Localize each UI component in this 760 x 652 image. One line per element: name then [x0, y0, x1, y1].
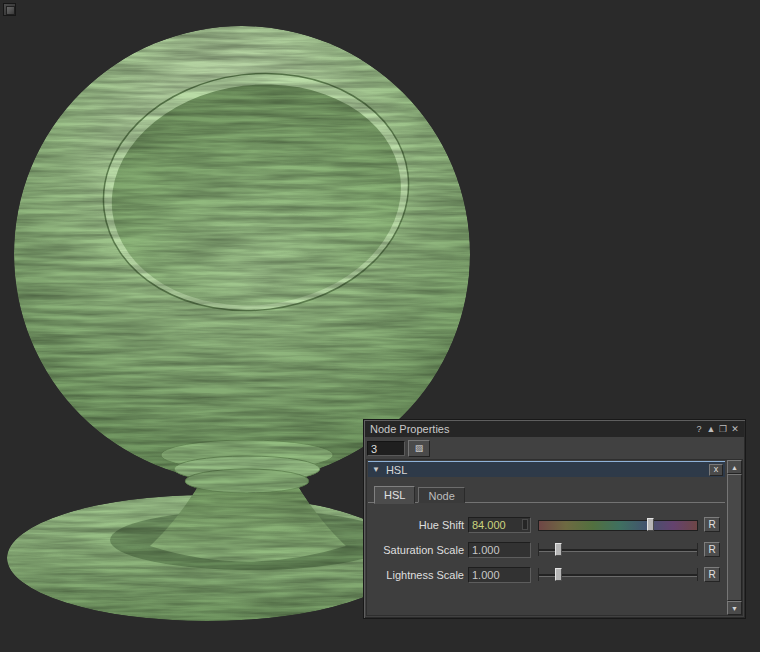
scroll-down-button[interactable]: ▼: [727, 601, 742, 615]
property-label: Lightness Scale: [368, 569, 468, 581]
property-label: Saturation Scale: [368, 544, 468, 556]
property-rows: Hue Shift 84.000 R Saturation Scale 1.00…: [368, 503, 725, 587]
app-icon[interactable]: [3, 3, 16, 16]
toolbar-icon: ▨: [415, 443, 424, 453]
section-close-button[interactable]: x: [709, 464, 723, 476]
hue-shift-value: 84.000: [472, 519, 506, 531]
slider-handle[interactable]: [647, 518, 654, 531]
property-row-hue-shift: Hue Shift 84.000 R: [368, 512, 725, 537]
reset-button[interactable]: R: [704, 567, 720, 582]
neck-ridge: [185, 469, 309, 493]
panel-scrollbar[interactable]: ▲ ▼: [727, 460, 742, 615]
scroll-up-button[interactable]: ▲: [727, 460, 742, 474]
tab-hsl[interactable]: HSL: [374, 486, 415, 504]
scrollbar-thumb[interactable]: [727, 474, 742, 601]
property-row-lightness-scale: Lightness Scale 1.000 R: [368, 562, 725, 587]
node-properties-panel: Node Properties ? ▲ ❐ ✕ ▨ ▼ HSL x HSL No…: [363, 419, 746, 619]
lightness-scale-value-input[interactable]: 1.000: [468, 567, 531, 583]
panel-titlebar[interactable]: Node Properties ? ▲ ❐ ✕: [365, 421, 744, 437]
reset-button[interactable]: R: [704, 542, 720, 557]
lightness-scale-slider[interactable]: [538, 568, 698, 581]
slider-handle[interactable]: [555, 543, 562, 556]
help-icon[interactable]: ?: [693, 422, 705, 436]
node-index-input[interactable]: [367, 441, 405, 456]
reset-button[interactable]: R: [704, 517, 720, 532]
hue-shift-value-input[interactable]: 84.000: [468, 517, 531, 533]
close-icon[interactable]: ✕: [729, 422, 741, 436]
saturation-scale-slider[interactable]: [538, 543, 698, 556]
saturation-scale-value-input[interactable]: 1.000: [468, 542, 531, 558]
tab-strip: HSL Node: [368, 485, 725, 503]
property-row-saturation-scale: Saturation Scale 1.000 R: [368, 537, 725, 562]
section-title: HSL: [386, 464, 709, 476]
value-spinner[interactable]: [522, 519, 528, 530]
slider-handle[interactable]: [555, 568, 562, 581]
lightness-scale-value: 1.000: [472, 569, 500, 581]
pin-icon[interactable]: ▲: [705, 422, 717, 436]
tab-node[interactable]: Node: [418, 487, 464, 503]
section-header-hsl[interactable]: ▼ HSL x: [368, 461, 725, 477]
panel-title: Node Properties: [370, 423, 693, 435]
restore-icon[interactable]: ❐: [717, 422, 729, 436]
panel-toolbar: ▨: [364, 438, 745, 459]
property-label: Hue Shift: [368, 519, 468, 531]
saturation-scale-value: 1.000: [472, 544, 500, 556]
panel-client-area: ▼ HSL x HSL Node Hue Shift 84.000 R Sat: [366, 459, 743, 616]
hue-shift-slider[interactable]: [538, 518, 698, 531]
collapse-arrow-icon[interactable]: ▼: [372, 465, 380, 474]
toolbar-button[interactable]: ▨: [408, 440, 430, 457]
